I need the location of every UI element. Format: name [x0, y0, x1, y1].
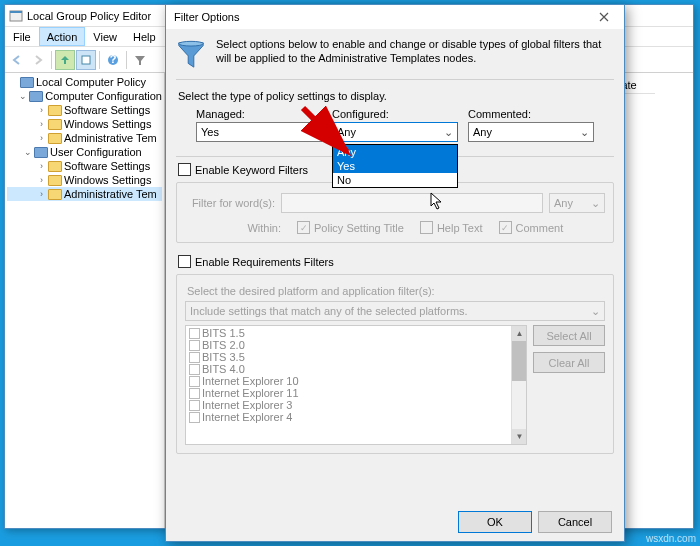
- tree-item[interactable]: ›Software Settings: [7, 159, 162, 173]
- tree-item[interactable]: ›Windows Settings: [7, 173, 162, 187]
- scrollbar: ▲ ▼: [511, 326, 526, 444]
- expand-icon[interactable]: ⌄: [23, 148, 32, 157]
- expand-icon[interactable]: [9, 78, 18, 87]
- commented-label: Commented:: [468, 108, 594, 120]
- user-icon: [34, 147, 48, 158]
- requirements-sublabel: Select the desired platform and applicat…: [185, 285, 605, 301]
- funnel-icon: [176, 39, 206, 69]
- svg-point-5: [179, 41, 203, 46]
- close-icon: [599, 12, 609, 22]
- within-help-checkbox: [420, 221, 433, 234]
- filter-match-combo: Any⌄: [549, 193, 605, 213]
- tb-help-icon[interactable]: ?: [103, 50, 123, 70]
- expand-icon[interactable]: ›: [37, 106, 46, 115]
- tree-label: Windows Settings: [64, 174, 151, 186]
- expand-icon[interactable]: ⌄: [19, 92, 27, 101]
- tree-item[interactable]: ⌄User Configuration: [7, 145, 162, 159]
- folder-icon: [48, 105, 62, 116]
- requirement-item: Internet Explorer 11: [187, 387, 525, 399]
- expand-icon[interactable]: ›: [37, 176, 46, 185]
- requirement-item: BITS 2.0: [187, 339, 525, 351]
- folder-icon: [48, 119, 62, 130]
- requirement-item: Internet Explorer 10: [187, 375, 525, 387]
- svg-text:?: ?: [110, 54, 117, 65]
- menu-file[interactable]: File: [5, 27, 39, 46]
- managed-combo[interactable]: Yes ⌄: [196, 122, 322, 142]
- tb-filter-icon[interactable]: [130, 50, 150, 70]
- policy-tree[interactable]: Local Computer Policy⌄Computer Configura…: [5, 73, 165, 528]
- tb-props-icon[interactable]: [76, 50, 96, 70]
- dialog-subtitle: Select the type of policy settings to di…: [166, 82, 624, 106]
- enable-requirements-checkbox[interactable]: [178, 255, 191, 268]
- tree-item[interactable]: ›Windows Settings: [7, 117, 162, 131]
- dialog-description: Select options below to enable and chang…: [216, 37, 614, 66]
- tree-label: Windows Settings: [64, 118, 151, 130]
- watermark: wsxdn.com: [646, 533, 696, 544]
- folder-icon: [48, 189, 62, 200]
- expand-icon[interactable]: ›: [37, 134, 46, 143]
- keyword-panel: Filter for word(s): Any⌄ Within: ✓Policy…: [176, 182, 614, 243]
- folder-icon: [48, 175, 62, 186]
- filter-words-input: [281, 193, 543, 213]
- svg-rect-2: [82, 56, 90, 64]
- folder-icon: [48, 161, 62, 172]
- scroll-up-icon: ▲: [512, 326, 527, 341]
- requirements-panel: Select the desired platform and applicat…: [176, 274, 614, 454]
- tree-label: Computer Configuration: [45, 90, 162, 102]
- within-title-checkbox: ✓: [297, 221, 310, 234]
- menu-view[interactable]: View: [85, 27, 125, 46]
- chevron-down-icon: ⌄: [577, 126, 591, 139]
- tree-label: Software Settings: [64, 104, 150, 116]
- close-button[interactable]: [588, 7, 620, 27]
- within-comment-checkbox: ✓: [499, 221, 512, 234]
- tree-label: Administrative Tem: [64, 132, 157, 144]
- ok-button[interactable]: OK: [458, 511, 532, 533]
- tree-item[interactable]: ⌄Computer Configuration: [7, 89, 162, 103]
- tree-label: Local Computer Policy: [36, 76, 146, 88]
- configured-combo[interactable]: Any ⌄: [332, 122, 458, 142]
- enable-requirements-label: Enable Requirements Filters: [195, 256, 334, 268]
- tree-label: Software Settings: [64, 160, 150, 172]
- svg-rect-1: [10, 11, 22, 13]
- menu-action[interactable]: Action: [39, 27, 86, 46]
- tb-back-icon[interactable]: [7, 50, 27, 70]
- clear-all-button: Clear All: [533, 352, 605, 373]
- tree-label: User Configuration: [50, 146, 142, 158]
- expand-icon[interactable]: ›: [37, 120, 46, 129]
- dialog-title: Filter Options: [174, 11, 239, 23]
- tb-fwd-icon[interactable]: [28, 50, 48, 70]
- requirements-combo: Include settings that match any of the s…: [185, 301, 605, 321]
- requirements-list: BITS 1.5BITS 2.0BITS 3.5BITS 4.0Internet…: [185, 325, 527, 445]
- within-label: Within:: [205, 222, 281, 234]
- policy-icon: [20, 77, 34, 88]
- gpedit-icon: [9, 9, 23, 23]
- folder-icon: [48, 133, 62, 144]
- scroll-down-icon: ▼: [512, 429, 527, 444]
- dialog-titlebar[interactable]: Filter Options: [166, 5, 624, 29]
- configured-dropdown: Any Yes No: [332, 144, 458, 188]
- gpedit-title: Local Group Policy Editor: [27, 10, 151, 22]
- tb-up-icon[interactable]: [55, 50, 75, 70]
- cancel-button[interactable]: Cancel: [538, 511, 612, 533]
- configured-label: Configured:: [332, 108, 458, 120]
- chevron-down-icon: ⌄: [305, 126, 319, 139]
- dropdown-option-any[interactable]: Any: [333, 145, 457, 159]
- enable-keyword-checkbox[interactable]: [178, 163, 191, 176]
- dropdown-option-yes[interactable]: Yes: [333, 159, 457, 173]
- commented-combo[interactable]: Any ⌄: [468, 122, 594, 142]
- expand-icon[interactable]: ›: [37, 190, 46, 199]
- requirement-item: Internet Explorer 4: [187, 411, 525, 423]
- tree-item[interactable]: ›Software Settings: [7, 103, 162, 117]
- filter-options-dialog: Filter Options Select options below to e…: [165, 4, 625, 542]
- expand-icon[interactable]: ›: [37, 162, 46, 171]
- tree-item[interactable]: ›Administrative Tem: [7, 187, 162, 201]
- menu-help[interactable]: Help: [125, 27, 164, 46]
- filter-words-label: Filter for word(s):: [185, 197, 275, 209]
- tree-item[interactable]: Local Computer Policy: [7, 75, 162, 89]
- managed-label: Managed:: [196, 108, 322, 120]
- chevron-down-icon: ⌄: [441, 126, 455, 139]
- select-all-button: Select All: [533, 325, 605, 346]
- requirement-item: BITS 1.5: [187, 327, 525, 339]
- tree-item[interactable]: ›Administrative Tem: [7, 131, 162, 145]
- dropdown-option-no[interactable]: No: [333, 173, 457, 187]
